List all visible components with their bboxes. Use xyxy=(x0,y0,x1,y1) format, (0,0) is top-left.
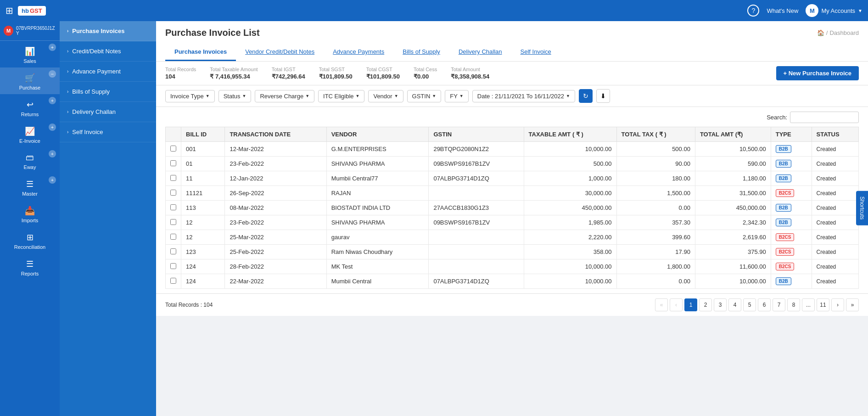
help-icon[interactable]: ? xyxy=(747,5,759,17)
sidebar-item-reports[interactable]: ☰ Reports xyxy=(0,253,60,280)
row-type: B2CS xyxy=(771,245,812,259)
submenu-item-bills-of-supply[interactable]: › Bills of Supply xyxy=(60,82,156,102)
table-row[interactable]: 11 12-Jan-2022 Mumbii Central77 07ALBPG3… xyxy=(166,171,859,186)
sales-plus-icon[interactable]: + xyxy=(49,44,56,51)
table-row[interactable]: 124 28-Feb-2022 MK Test 10,000.00 1,800.… xyxy=(166,259,859,274)
row-checkbox-cell[interactable] xyxy=(166,245,181,259)
row-checkbox-cell[interactable] xyxy=(166,171,181,186)
row-checkbox[interactable] xyxy=(170,219,176,225)
chevron-right-icon: › xyxy=(67,109,68,114)
row-checkbox[interactable] xyxy=(170,160,176,166)
table-row[interactable]: 123 25-Feb-2022 Ram Niwas Choudhary 358.… xyxy=(166,245,859,259)
tab-advance-payments[interactable]: Advance Payments xyxy=(324,44,393,61)
page-button[interactable]: 11 xyxy=(817,298,829,311)
row-checkbox[interactable] xyxy=(170,278,176,284)
logo[interactable]: hb GST xyxy=(18,6,46,16)
vendor-filter[interactable]: Vendor ▼ xyxy=(368,90,403,102)
page-button[interactable]: 2 xyxy=(699,298,712,311)
row-checkbox-cell[interactable] xyxy=(166,215,181,230)
page-button[interactable]: 8 xyxy=(787,298,800,311)
row-checkbox-cell[interactable] xyxy=(166,259,181,274)
returns-plus-icon[interactable]: + xyxy=(49,97,56,104)
tab-vendor-credit[interactable]: Vendor Credit/Debit Notes xyxy=(236,44,324,61)
tab-self-invoice[interactable]: Self Invoice xyxy=(511,44,560,61)
submenu-item-advance-payment[interactable]: › Advance Payment xyxy=(60,62,156,82)
row-checkbox-cell[interactable] xyxy=(166,186,181,201)
page-button[interactable]: 3 xyxy=(714,298,727,311)
table-row[interactable]: 001 12-Mar-2022 G.M.ENTERPRISES 29BTQPG2… xyxy=(166,142,859,157)
row-checkbox[interactable] xyxy=(170,204,176,210)
page-button[interactable]: 7 xyxy=(773,298,785,311)
table-row[interactable]: 12 25-Mar-2022 gaurav 2,220.00 399.60 2,… xyxy=(166,230,859,245)
sidebar-item-reconciliation[interactable]: ⊞ Reconciliation xyxy=(0,227,60,253)
new-purchase-invoice-button[interactable]: + New Purchase Invoice xyxy=(776,66,859,80)
search-input[interactable] xyxy=(790,112,859,123)
row-checkbox[interactable] xyxy=(170,146,176,152)
page-button[interactable]: › xyxy=(831,298,844,311)
col-type: TYPE xyxy=(771,127,812,142)
tab-bills-of-supply[interactable]: Bills of Supply xyxy=(393,44,449,61)
tab-purchase-invoices[interactable]: Purchase Invoices xyxy=(165,44,236,61)
table-row[interactable]: 113 08-Mar-2022 BIOSTADT INDIA LTD 27AAC… xyxy=(166,201,859,215)
page-button[interactable]: 5 xyxy=(743,298,756,311)
breadcrumb-page[interactable]: Dashboard xyxy=(829,29,859,36)
table-row[interactable]: 01 23-Feb-2022 SHIVANG PHARMA 09BSWPS916… xyxy=(166,157,859,171)
status-text: Created xyxy=(817,249,836,255)
gstin-filter[interactable]: GSTIN ▼ xyxy=(407,90,442,102)
row-bill-id: 113 xyxy=(181,201,225,215)
my-accounts-menu[interactable]: M My Accounts ▼ xyxy=(806,4,862,17)
whats-new-link[interactable]: What's New xyxy=(767,7,798,14)
sidebar-item-purchase[interactable]: 🛒 Purchase − xyxy=(0,67,60,94)
row-checkbox-cell[interactable] xyxy=(166,201,181,215)
purchase-minus-icon[interactable]: − xyxy=(49,70,56,78)
reverse-charge-filter[interactable]: Reverse Charge ▼ xyxy=(255,90,314,102)
breadcrumb-home-icon[interactable]: 🏠 xyxy=(817,29,824,36)
refresh-button[interactable]: ↻ xyxy=(579,89,593,103)
shortcuts-tab[interactable]: Shortcuts xyxy=(856,191,868,225)
page-button[interactable]: « xyxy=(655,298,668,311)
table-row[interactable]: 12 23-Feb-2022 SHIVANG PHARMA 09BSWPS916… xyxy=(166,215,859,230)
date-range-label: Date : 21/11/2021 To 16/11/2022 xyxy=(477,93,564,100)
tab-delivery-challan[interactable]: Delivery Challan xyxy=(449,44,511,61)
row-checkbox[interactable] xyxy=(170,234,176,240)
download-button[interactable]: ⬇ xyxy=(596,89,610,103)
submenu-item-self-invoice[interactable]: › Self Invoice xyxy=(60,122,156,142)
sidebar-item-sales[interactable]: 📊 Sales + xyxy=(0,41,60,67)
table-row[interactable]: 11121 26-Sep-2022 RAJAN 30,000.00 1,500.… xyxy=(166,186,859,201)
fy-filter[interactable]: FY ▼ xyxy=(445,90,469,102)
caret-down-icon: ▼ xyxy=(356,94,360,98)
submenu-item-credit-debit[interactable]: › Credit/Debit Notes xyxy=(60,41,156,62)
grid-icon[interactable]: ⊞ xyxy=(6,5,13,16)
page-button[interactable]: » xyxy=(846,298,859,311)
submenu-item-purchase-invoices[interactable]: › Purchase Invoices xyxy=(60,21,156,41)
row-checkbox[interactable] xyxy=(170,175,176,181)
row-checkbox-cell[interactable] xyxy=(166,142,181,157)
page-button[interactable]: 4 xyxy=(728,298,741,311)
page-button[interactable]: ‹ xyxy=(670,298,683,311)
sidebar-item-returns[interactable]: ↩ Returns + xyxy=(0,94,60,121)
sidebar-item-master[interactable]: ☰ Master + xyxy=(0,174,60,200)
date-range-filter[interactable]: Date : 21/11/2021 To 16/11/2022 ▼ xyxy=(472,90,575,102)
eway-plus-icon[interactable]: + xyxy=(49,150,56,157)
einvoice-plus-icon[interactable]: + xyxy=(49,124,56,131)
sidebar-item-eway[interactable]: 🗃 Eway + xyxy=(0,147,60,174)
row-checkbox[interactable] xyxy=(170,248,176,254)
row-checkbox[interactable] xyxy=(170,190,176,196)
master-plus-icon[interactable]: + xyxy=(49,176,56,184)
table-row[interactable]: 124 22-Mar-2022 Mumbii Central 07ALBPG37… xyxy=(166,274,859,289)
sidebar-item-imports[interactable]: 📥 Imports xyxy=(0,200,60,227)
row-checkbox-cell[interactable] xyxy=(166,274,181,289)
sidebar-item-einvoice[interactable]: 📈 E-Invoice + xyxy=(0,121,60,147)
sidebar-item-label: Reconciliation xyxy=(14,244,45,250)
page-button[interactable]: 6 xyxy=(758,298,771,311)
page-button[interactable]: ... xyxy=(802,298,815,311)
row-checkbox[interactable] xyxy=(170,263,176,269)
row-checkbox-cell[interactable] xyxy=(166,157,181,171)
row-checkbox-cell[interactable] xyxy=(166,230,181,245)
submenu-item-delivery-challan[interactable]: › Delivery Challan xyxy=(60,102,156,122)
itc-eligible-filter[interactable]: ITC Eligible ▼ xyxy=(318,90,364,102)
invoice-type-filter[interactable]: Invoice Type ▼ xyxy=(165,90,215,102)
page-button[interactable]: 1 xyxy=(684,298,697,311)
status-filter[interactable]: Status ▼ xyxy=(218,90,252,102)
total-amount-label: Total Amount xyxy=(451,67,489,72)
